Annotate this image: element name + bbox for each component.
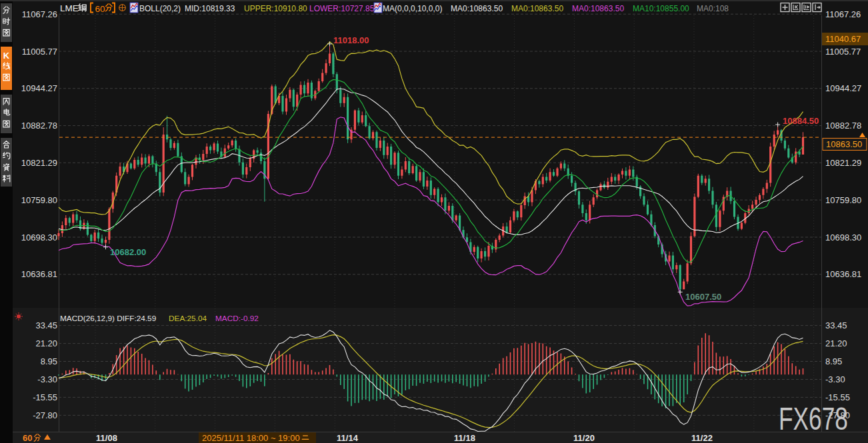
svg-text:MA(0,0,0,10,0,0): MA(0,0,0,10,0,0) [383,4,442,13]
svg-text:10863.50: 10863.50 [826,139,862,149]
svg-text:21.20: 21.20 [35,338,57,348]
svg-text:MID:10819.33: MID:10819.33 [185,4,235,13]
svg-text:11040.67: 11040.67 [825,34,861,44]
svg-text:33.45: 33.45 [35,320,57,330]
svg-text:MA0:10863.50: MA0:10863.50 [511,4,563,13]
svg-text:-27.80: -27.80 [33,410,57,420]
svg-text:8.95: 8.95 [825,356,842,366]
svg-text:10698.30: 10698.30 [21,232,57,242]
svg-text:-3.30: -3.30 [825,374,845,384]
svg-text:33.45: 33.45 [825,320,847,330]
svg-text:11005.77: 11005.77 [22,47,57,57]
svg-text:10882.78: 10882.78 [825,121,861,131]
svg-text:10944.27: 10944.27 [825,83,861,93]
svg-text:10607.50: 10607.50 [685,292,721,302]
svg-text:UPPER:10910.80: UPPER:10910.80 [244,4,307,13]
svg-text:11/18: 11/18 [454,433,475,443]
svg-text:60: 60 [23,433,32,443]
svg-text:10636.81: 10636.81 [825,269,861,279]
svg-text:10698.30: 10698.30 [825,232,861,242]
svg-text:DEA:25.04: DEA:25.04 [169,314,207,323]
svg-text:MACD:-0.92: MACD:-0.92 [215,314,259,323]
svg-text:11018.00: 11018.00 [333,35,369,45]
svg-text:10821.29: 10821.29 [21,158,57,168]
svg-text:MA0:108: MA0:108 [697,4,729,13]
svg-text:10884.50: 10884.50 [783,116,819,126]
svg-text:10759.80: 10759.80 [21,195,57,205]
svg-text:MA10:10855.00: MA10:10855.00 [633,4,689,13]
svg-text:11/14: 11/14 [337,433,359,443]
svg-text:11/22: 11/22 [691,433,713,443]
svg-text:10882.78: 10882.78 [21,121,57,131]
svg-text:MA0:10863.50: MA0:10863.50 [451,4,503,13]
svg-text:8.95: 8.95 [41,356,57,366]
svg-text:MACD(26,12,9) DIFF:24.59: MACD(26,12,9) DIFF:24.59 [60,314,156,323]
svg-text:LOWER:10727.85: LOWER:10727.85 [309,4,375,13]
svg-text:2025/11/11 18:00 ~ 19:00: 2025/11/11 18:00 ~ 19:00 [202,433,300,443]
svg-text:LME: LME [60,3,79,13]
svg-text:10759.80: 10759.80 [825,195,861,205]
svg-text:FX678: FX678 [779,401,848,436]
svg-text:10636.81: 10636.81 [21,269,57,279]
svg-text:10821.29: 10821.29 [825,158,861,168]
svg-text:BOLL(20,2): BOLL(20,2) [139,4,181,13]
svg-text:60: 60 [95,4,105,14]
svg-text:10682.00: 10682.00 [110,247,146,257]
svg-text:11/20: 11/20 [573,433,595,443]
svg-text:11/08: 11/08 [96,433,117,443]
svg-text:-3.30: -3.30 [37,374,57,384]
svg-text:11005.77: 11005.77 [825,47,861,57]
svg-text:MA0:10863.50: MA0:10863.50 [572,4,624,13]
svg-text:K: K [3,51,10,61]
svg-text:-15.55: -15.55 [33,392,57,402]
svg-text:11067.26: 11067.26 [22,9,57,19]
svg-text:21.20: 21.20 [825,338,847,348]
svg-text:10944.27: 10944.27 [21,83,57,93]
svg-text:11067.26: 11067.26 [825,9,861,19]
